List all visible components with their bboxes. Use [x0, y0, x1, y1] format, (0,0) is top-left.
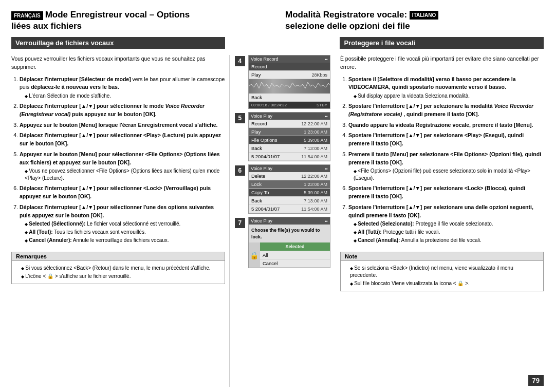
note-content: Se si seleziona <Back> (Indietro) nel me… [341, 261, 543, 291]
remark-1: Si vous sélectionnez <Back> (Retour) dan… [21, 265, 220, 272]
screens-column: 4 Voice Record ▪▪ Record Play 28Kbps [235, 55, 335, 387]
lock-icon: 🔒 [249, 242, 260, 268]
left-step-5-bullet: Vous ne pouvez sélectionner <File Option… [25, 167, 225, 182]
main-content: Vous pouvez verrouiller les fichiers voc… [11, 55, 544, 387]
right-section-header: Proteggere i file vocali [340, 37, 544, 49]
screen-6-row-delete: Delete 12:22:00 AM [249, 172, 330, 180]
screen-7-icons: ▪▪ [325, 219, 328, 223]
screen-6-row-lock: Lock 1:23:00 AM [249, 180, 330, 189]
header-left: FRANÇAISMode Enregistreur vocal – Option… [11, 9, 270, 32]
screen-4-icons: ▪▪ [325, 57, 328, 62]
screen-7-options: Selected All Cancel [260, 242, 330, 268]
screen-5-row-date: 5 2004/01/07 11:54:00 AM [249, 153, 330, 161]
note-1: Se si seleziona <Back> (Indietro) nel me… [350, 265, 539, 279]
left-section-header: Verrouillage de fichiers vocaux [11, 37, 225, 49]
screen-6-row-date: 5 2004/01/07 11:54:00 AM [249, 205, 330, 213]
right-intro: È possibile proteggere i file vocali più… [340, 55, 544, 71]
left-step-5: Appuyez sur le bouton [Menu] pour sélect… [20, 151, 225, 182]
screen-7-option-all: All [260, 251, 330, 259]
right-steps-list: Spostare il [Selettore di modalità] vers… [340, 76, 544, 247]
left-step-7-bullet-1: Selected (Sélectionné): Le fichier vocal… [25, 220, 225, 228]
right-step-7: Spostare l'interruttore [▲/▼] per selezi… [348, 203, 544, 245]
left-text-column: Vous pouvez verrouiller les fichiers voc… [11, 55, 230, 387]
right-step-1-bullet: Sul display appare la videata Seleziona … [354, 92, 544, 100]
lang-badge-italian: ITALIANO [410, 11, 438, 20]
step-number-7: 7 [235, 218, 245, 228]
screen-7-option-cancel: Cancel [260, 259, 330, 268]
step-number-5: 5 [235, 113, 245, 123]
screen-7-title: Voice Play [251, 218, 272, 223]
screen-item-6: 6 Voice Play ▪▪ Delete 12:22:00 AM Lock … [235, 164, 335, 214]
screen-item-5: 5 Voice Play ▪▪ Record 12:22:00 AM Play … [235, 112, 335, 161]
right-step-7-bullet-1: Selected (Selezionato): Protegge il file… [354, 220, 544, 228]
screen-5-row-record: Record 12:22:00 AM [249, 120, 330, 128]
screen-6-icons: ▪▪ [325, 166, 328, 171]
screen-6-row-copyto: Copy To 5:39:00 AM [249, 189, 330, 197]
right-step-3: Quando appare la videata Registrazione v… [348, 121, 544, 129]
right-step-7-bullet-2: All (Tutti): Protegge tutti i file vocal… [354, 229, 544, 236]
screen-7-message: Choose the file(s) you would to lock. [249, 225, 330, 242]
left-step-7: Déplacez l'interrupteur [▲/▼] pour sélec… [20, 203, 225, 245]
right-step-1: Spostare il [Selettore di modalità] vers… [348, 76, 544, 100]
left-step-4: Déplacez l'interrupteur [▲/▼] pour sélec… [20, 132, 225, 148]
screen-6-row-back: Back 7:13:00 AM [249, 197, 330, 205]
note-box: Note Se si seleziona <Back> (Indietro) n… [340, 252, 544, 291]
header-title-right: Modalità Registratore vocale: ITALIANO s… [285, 9, 544, 32]
screen-5-icons: ▪▪ [325, 114, 328, 119]
screen-7-titlebar: Voice Play ▪▪ [249, 217, 330, 225]
screen-item-7: 7 Voice Play ▪▪ Choose the file(s) you w… [235, 217, 335, 268]
screen-5-titlebar: Voice Play ▪▪ [249, 113, 330, 120]
left-step-1-bullet: L'écran Sélection de mode s'affiche. [25, 92, 225, 100]
screen-5-row-back: Back 7:13:00 AM [249, 144, 330, 153]
page-number: 79 [528, 375, 544, 386]
note-header: Note [341, 252, 543, 261]
screen-6-title: Voice Play [251, 166, 272, 171]
note-2: Sul file bloccato Viene visualizzata la … [350, 280, 539, 287]
screen-4: Voice Record ▪▪ Record Play 28Kbps [248, 55, 330, 109]
step-number-6: 6 [235, 165, 245, 176]
screen-5: Voice Play ▪▪ Record 12:22:00 AM Play 1:… [248, 112, 330, 161]
screen-4-titlebar: Voice Record ▪▪ [249, 55, 330, 63]
remarks-box: Remarques Si vous sélectionnez <Back> (R… [11, 252, 225, 284]
left-step-6: Déplacez l'interrupteur [▲/▼] pour sélec… [20, 184, 225, 201]
remark-2: L'icône < 🔒 > s'affiche sur le fichier v… [21, 273, 220, 280]
left-step-1: Déplacez l'interrupteur [Sélecteur de mo… [20, 76, 225, 100]
right-step-2: Spostare l'interruttore [▲/▼] per selezi… [348, 102, 544, 119]
screen-4-row-record: Record [249, 63, 330, 71]
right-step-6: Spostare l'interruttore [▲/▼] per selezi… [348, 184, 544, 201]
right-step-4: Spostare l'interruttore [▲/▼] per selezi… [348, 132, 544, 148]
left-step-7-bullet-2: All (Tout): Tous les fichiers vocaux son… [25, 229, 225, 236]
remarks-header: Remarques [12, 252, 225, 261]
left-step-3: Appuyez sur le bouton [Menu] lorsque l'é… [20, 121, 225, 129]
header-title-left: FRANÇAISMode Enregistreur vocal – Option… [11, 9, 270, 32]
screen-7-option-selected: Selected [260, 242, 330, 251]
screen-5-row-play: Play 1:23:00 AM [249, 128, 330, 136]
lang-badge-french: FRANÇAIS [11, 11, 43, 20]
screen-5-row-fileopts: File Options 5:39:00 AM [249, 136, 330, 144]
screen-4-row-back: Back [249, 94, 330, 102]
screen-4-row-play: Play 28Kbps [249, 71, 330, 79]
page-header: FRANÇAISMode Enregistreur vocal – Option… [11, 9, 544, 32]
right-step-7-bullet-3: Cancel (Annulla): Annulla la protezione … [354, 237, 544, 244]
header-right: Modalità Registratore vocale: ITALIANO s… [285, 9, 544, 32]
right-step-5: Premere il tasto [Menu] per selezionare … [348, 151, 544, 182]
screen-6: Voice Play ▪▪ Delete 12:22:00 AM Lock 1:… [248, 164, 330, 214]
left-intro: Vous pouvez verrouiller les fichiers voc… [11, 55, 225, 71]
right-text-column: È possibile proteggere i file vocali più… [340, 55, 544, 387]
right-step-5-bullet: <File Options> (Opzioni file) può essere… [354, 167, 544, 182]
screen-5-title: Voice Play [251, 114, 272, 119]
step-number-4: 4 [235, 56, 245, 66]
left-step-7-bullet-3: Cancel (Annuler): Annule le verrouillage… [25, 237, 225, 244]
screen-item-4: 4 Voice Record ▪▪ Record Play 28Kbps [235, 55, 335, 109]
left-step-2: Déplacez l'interrupteur [▲/▼] pour sélec… [20, 102, 225, 119]
screen-7: Voice Play ▪▪ Choose the file(s) you wou… [248, 217, 330, 268]
screen-4-title: Voice Record [251, 57, 279, 62]
screen-6-titlebar: Voice Play ▪▪ [249, 165, 330, 172]
left-steps-list: Déplacez l'interrupteur [Sélecteur de mo… [11, 76, 225, 247]
screen-4-bottom: 00:00:16 / 00:24:32 STBY [249, 102, 330, 108]
remarks-content: Si vous sélectionnez <Back> (Retour) dan… [12, 261, 225, 284]
